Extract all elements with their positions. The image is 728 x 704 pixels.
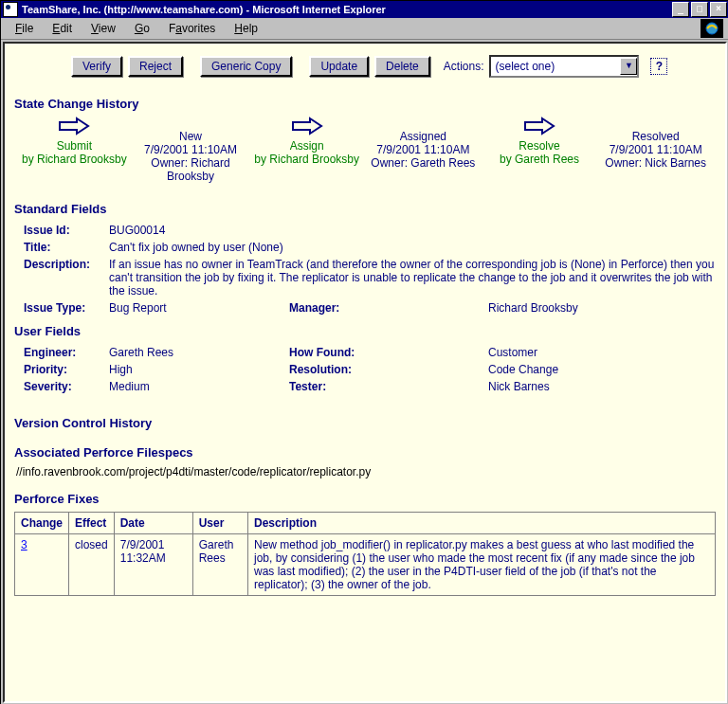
close-button[interactable]: × <box>710 2 727 17</box>
resolution-value: Code Change <box>488 363 558 376</box>
window-buttons: _ □ × <box>672 2 727 17</box>
title-label: Title: <box>24 241 109 254</box>
ie-logo-icon <box>701 19 723 38</box>
menubar: File Edit View Go Favorites Help <box>1 18 728 40</box>
vcs-header: Version Control History <box>14 416 716 430</box>
history-action-assign: Assign by Richard Brooksby <box>250 117 363 183</box>
engineer-value: Gareth Rees <box>109 346 173 359</box>
update-button[interactable]: Update <box>309 56 369 77</box>
window: TeamShare, Inc. (http://www.teamshare.co… <box>0 0 728 704</box>
desc-cell: New method job_modifier() in replicator.… <box>248 534 716 596</box>
history-header: State Change History <box>14 97 716 111</box>
filespecs-header: Associated Perforce Filespecs <box>14 445 716 460</box>
generic-copy-button[interactable]: Generic Copy <box>200 56 292 77</box>
delete-button[interactable]: Delete <box>374 56 430 77</box>
howfound-value: Customer <box>488 346 537 359</box>
howfound-label: How Found: <box>289 346 374 359</box>
arrow-icon <box>58 117 90 135</box>
issue-type-value: Bug Report <box>109 301 289 315</box>
th-date: Date <box>114 513 192 534</box>
filespec-value: //info.ravenbrook.com/project/p4dti/mast… <box>16 465 716 478</box>
history-action-submit: Submit by Richard Brooksby <box>18 117 131 183</box>
menu-file[interactable]: File <box>7 20 42 37</box>
description-value: If an issue has no owner in TeamTrack (a… <box>109 258 716 298</box>
history-action-resolve: Resolve by Gareth Rees <box>483 117 596 183</box>
severity-value: Medium <box>109 380 150 393</box>
issue-type-label: Issue Type: <box>24 301 109 315</box>
fixes-header: Perforce Fixes <box>14 492 716 506</box>
arrow-icon <box>523 117 555 135</box>
priority-label: Priority: <box>24 363 109 376</box>
maximize-button[interactable]: □ <box>691 2 708 17</box>
verify-button[interactable]: Verify <box>71 56 122 77</box>
actions-select[interactable]: (select one) ▼ <box>489 55 639 78</box>
resolution-label: Resolution: <box>289 363 374 376</box>
th-change: Change <box>15 513 69 534</box>
issue-id-label: Issue Id: <box>24 224 109 237</box>
menu-favorites[interactable]: Favorites <box>160 20 224 37</box>
titlebar: TeamShare, Inc. (http://www.teamshare.co… <box>1 1 728 18</box>
history-state-new: New 7/9/2001 11:10AM Owner: Richard Broo… <box>135 117 247 183</box>
user-cell: Gareth Rees <box>192 534 247 596</box>
engineer-label: Engineer: <box>24 346 109 359</box>
toolbar: Verify Reject Generic Copy Update Delete… <box>14 49 716 89</box>
effect-cell: closed <box>69 534 115 596</box>
actions-label: Actions: <box>444 60 484 73</box>
th-effect: Effect <box>69 513 115 534</box>
change-link[interactable]: 3 <box>21 538 27 551</box>
issue-id-value: BUG00014 <box>109 224 165 237</box>
tester-label: Tester: <box>289 380 374 393</box>
help-icon[interactable]: ? <box>650 58 667 75</box>
history-state-assigned: Assigned 7/9/2001 11:10AM Owner: Gareth … <box>367 117 480 183</box>
menu-help[interactable]: Help <box>226 20 266 37</box>
table-row: 3 closed 7/9/2001 11:32AM Gareth Rees Ne… <box>15 534 716 596</box>
user-fields-header: User Fields <box>14 324 716 338</box>
content-area[interactable]: Verify Reject Generic Copy Update Delete… <box>3 42 727 703</box>
title-value: Can't fix job owned by user (None) <box>109 241 283 254</box>
severity-label: Severity: <box>24 380 109 393</box>
menu-edit[interactable]: Edit <box>44 20 81 37</box>
th-user: User <box>192 513 247 534</box>
th-description: Description <box>248 513 716 534</box>
table-header-row: Change Effect Date User Description <box>15 513 716 534</box>
reject-button[interactable]: Reject <box>128 56 183 77</box>
manager-label: Manager: <box>289 301 488 315</box>
chevron-down-icon: ▼ <box>620 58 637 75</box>
arrow-icon <box>291 117 323 135</box>
actions-selected: (select one) <box>495 60 555 73</box>
history-state-resolved: Resolved 7/9/2001 11:10AM Owner: Nick Ba… <box>599 117 712 183</box>
manager-value: Richard Brooksby <box>488 301 578 315</box>
date-cell: 7/9/2001 11:32AM <box>114 534 192 596</box>
standard-fields-header: Standard Fields <box>14 202 716 216</box>
description-label: Description: <box>24 258 109 298</box>
tester-value: Nick Barnes <box>488 380 550 393</box>
window-title: TeamShare, Inc. (http://www.teamshare.co… <box>22 4 386 15</box>
menu-view[interactable]: View <box>82 20 124 37</box>
menu-go[interactable]: Go <box>126 20 158 37</box>
page-icon <box>3 2 18 17</box>
priority-value: High <box>109 363 133 376</box>
minimize-button[interactable]: _ <box>672 2 689 17</box>
fixes-table: Change Effect Date User Description 3 cl… <box>14 512 716 596</box>
history-timeline: Submit by Richard Brooksby New 7/9/2001 … <box>14 117 716 183</box>
